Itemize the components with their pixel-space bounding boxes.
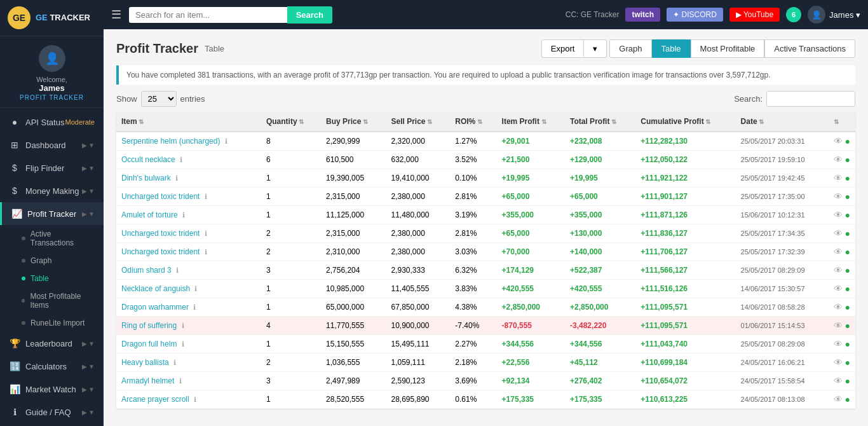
most-profitable-button[interactable]: Most Profitable xyxy=(691,39,765,58)
verify-action[interactable]: ● xyxy=(845,339,850,349)
verify-action[interactable]: ● xyxy=(845,320,850,331)
verify-action[interactable]: ● xyxy=(845,155,850,165)
verify-action[interactable]: ● xyxy=(845,210,850,220)
info-icon[interactable]: ℹ xyxy=(173,359,176,366)
verify-action[interactable]: ● xyxy=(845,173,850,183)
sidebar-item-api-status[interactable]: ● API Status Moderate xyxy=(0,111,104,134)
verify-action[interactable]: ● xyxy=(845,247,850,257)
info-icon[interactable]: ℹ xyxy=(175,174,178,182)
info-icon[interactable]: ℹ xyxy=(176,266,179,274)
sidebar-item-profit-tracker[interactable]: 📈 Profit Tracker ▶ ▼ xyxy=(0,202,104,225)
info-icon[interactable]: ℹ xyxy=(182,322,184,329)
view-action[interactable]: 👁 xyxy=(834,265,843,275)
verify-action[interactable]: ● xyxy=(845,394,850,404)
col-buy-price[interactable]: Buy Price xyxy=(321,112,386,132)
item-link[interactable]: Dragon warhammer xyxy=(121,303,189,312)
info-icon[interactable]: ℹ xyxy=(182,340,184,348)
item-link[interactable]: Dinh's bulwark xyxy=(121,174,171,182)
verify-action[interactable]: ● xyxy=(845,302,850,312)
hamburger-icon[interactable]: ☰ xyxy=(111,8,121,22)
sidebar-item-table[interactable]: Table xyxy=(0,270,104,287)
export-button[interactable]: Export xyxy=(541,39,585,58)
table-search-input[interactable] xyxy=(766,91,855,107)
col-item[interactable]: Item xyxy=(116,112,261,132)
view-action[interactable]: 👁 xyxy=(834,357,843,368)
info-icon[interactable]: ℹ xyxy=(205,230,207,237)
info-icon[interactable]: ℹ xyxy=(194,395,196,403)
user-menu-button[interactable]: 👤 James ▾ xyxy=(808,6,860,24)
item-link[interactable]: Amulet of torture xyxy=(121,210,178,219)
verify-action[interactable]: ● xyxy=(845,284,850,294)
view-action[interactable]: 👁 xyxy=(834,247,843,257)
info-icon[interactable]: ℹ xyxy=(205,248,207,256)
item-link[interactable]: Uncharged toxic trident xyxy=(121,192,200,201)
view-action[interactable]: 👁 xyxy=(834,228,843,238)
view-action[interactable]: 👁 xyxy=(834,155,843,165)
sidebar-item-flip-finder[interactable]: $ Flip Finder ▶ ▼ xyxy=(0,156,104,179)
item-link[interactable]: Heavy ballista xyxy=(121,358,169,367)
view-action[interactable]: 👁 xyxy=(834,284,843,294)
entries-select[interactable]: 25 50 100 xyxy=(141,91,177,107)
twitch-button[interactable]: twitch xyxy=(625,8,660,22)
info-icon[interactable]: ℹ xyxy=(193,303,196,311)
item-link[interactable]: Necklace of anguish xyxy=(121,284,190,293)
active-transactions-button[interactable]: Active Transactions xyxy=(764,39,855,58)
item-link[interactable]: Odium shard 3 xyxy=(121,266,172,275)
col-date[interactable]: Date xyxy=(736,112,829,132)
search-button[interactable]: Search xyxy=(287,6,332,24)
view-action[interactable]: 👁 xyxy=(834,339,843,349)
youtube-button[interactable]: ▶ YouTube xyxy=(729,8,780,22)
sidebar-item-market-watch[interactable]: 📊 Market Watch ▶ ▼ xyxy=(0,378,104,401)
sidebar-item-most-profitable[interactable]: Most Profitable Items xyxy=(0,287,104,314)
verify-action[interactable]: ● xyxy=(845,136,850,146)
view-action[interactable]: 👁 xyxy=(834,394,843,404)
sidebar-item-graph[interactable]: Graph xyxy=(0,252,104,270)
sidebar-item-dashboard[interactable]: ⊞ Dashboard ▶ ▼ xyxy=(0,134,104,156)
item-link[interactable]: Ring of suffering xyxy=(121,321,177,330)
verify-action[interactable]: ● xyxy=(845,265,850,275)
view-action[interactable]: 👁 xyxy=(834,173,843,183)
verify-action[interactable]: ● xyxy=(845,357,850,368)
sidebar-item-runelite[interactable]: RuneLite Import xyxy=(0,314,104,332)
item-link[interactable]: Serpentine helm (uncharged) xyxy=(121,137,220,146)
sidebar-item-active-transactions[interactable]: Active Transactions xyxy=(0,225,104,252)
info-icon[interactable]: ℹ xyxy=(225,137,227,145)
search-input[interactable] xyxy=(129,7,287,23)
sidebar-item-my-account[interactable]: 👤 My Account ▶ ▼ xyxy=(0,423,104,426)
view-action[interactable]: 👁 xyxy=(834,302,843,312)
export-caret-button[interactable]: ▾ xyxy=(584,39,607,58)
col-item-profit[interactable]: Item Profit xyxy=(497,112,565,132)
view-action[interactable]: 👁 xyxy=(834,191,843,202)
view-action[interactable]: 👁 xyxy=(834,320,843,331)
sidebar-item-calculators[interactable]: 🔢 Calculators ▶ ▼ xyxy=(0,355,104,378)
item-link[interactable]: Uncharged toxic trident xyxy=(121,247,200,256)
col-total-profit[interactable]: Total Profit xyxy=(565,112,635,132)
col-cumulative-profit[interactable]: Cumulative Profit xyxy=(635,112,735,132)
item-link[interactable]: Occult necklace xyxy=(121,155,175,164)
info-icon[interactable]: ℹ xyxy=(179,377,182,385)
info-icon[interactable]: ℹ xyxy=(194,285,197,292)
table-button[interactable]: Table xyxy=(652,39,691,58)
col-sell-price[interactable]: Sell Price xyxy=(386,112,450,132)
notifications-button[interactable]: 6 xyxy=(786,7,801,22)
sidebar-item-money-making[interactable]: $ Money Making ▶ ▼ xyxy=(0,179,104,202)
view-action[interactable]: 👁 xyxy=(834,210,843,220)
info-icon[interactable]: ℹ xyxy=(182,211,185,219)
view-action[interactable]: 👁 xyxy=(834,136,843,146)
verify-action[interactable]: ● xyxy=(845,228,850,238)
sidebar-item-leaderboard[interactable]: 🏆 Leaderboard ▶ ▼ xyxy=(0,332,104,355)
col-roi[interactable]: ROI% xyxy=(450,112,496,132)
item-link[interactable]: Dragon full helm xyxy=(121,340,177,348)
item-link[interactable]: Uncharged toxic trident xyxy=(121,229,200,238)
item-link[interactable]: Armadyl helmet xyxy=(121,376,174,385)
info-icon[interactable]: ℹ xyxy=(205,193,207,200)
verify-action[interactable]: ● xyxy=(845,376,850,386)
view-action[interactable]: 👁 xyxy=(834,376,843,386)
item-link[interactable]: Arcane prayer scroll xyxy=(121,395,189,404)
verify-action[interactable]: ● xyxy=(845,191,850,202)
sidebar-item-guide[interactable]: ℹ Guide / FAQ ▶ ▼ xyxy=(0,401,104,423)
col-quantity[interactable]: Quantity xyxy=(261,112,321,132)
info-icon[interactable]: ℹ xyxy=(180,156,182,163)
discord-button[interactable]: ✦ DISCORD xyxy=(667,8,723,22)
graph-button[interactable]: Graph xyxy=(609,39,651,58)
